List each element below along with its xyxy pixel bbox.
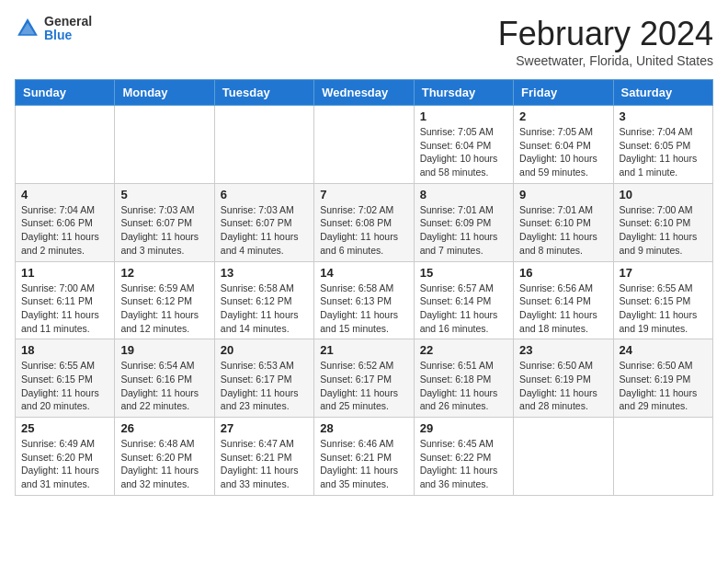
day-number: 12 [120,266,208,280]
day-info: Sunrise: 6:52 AMSunset: 6:17 PMDaylight:… [320,359,407,413]
day-info: Sunrise: 7:05 AMSunset: 6:04 PMDaylight:… [519,125,607,179]
day-info: Sunrise: 6:59 AMSunset: 6:12 PMDaylight:… [120,282,208,336]
day-number: 16 [519,266,607,280]
day-number: 8 [420,188,507,201]
calendar-cell: 14Sunrise: 6:58 AMSunset: 6:13 PMDayligh… [314,261,414,339]
page-header: General Blue February 2024 Sweetwater, F… [15,15,713,68]
day-info: Sunrise: 6:56 AMSunset: 6:14 PMDaylight:… [519,282,607,336]
day-info: Sunrise: 6:47 AMSunset: 6:21 PMDaylight:… [221,437,308,491]
day-number: 24 [620,343,707,357]
calendar-table: SundayMondayTuesdayWednesdayThursdayFrid… [15,79,713,496]
calendar-week-row: 18Sunrise: 6:55 AMSunset: 6:15 PMDayligh… [16,339,713,418]
day-number: 3 [620,109,707,123]
calendar-header-saturday: Saturday [613,80,712,106]
calendar-cell: 25Sunrise: 6:49 AMSunset: 6:20 PMDayligh… [16,418,115,496]
day-number: 6 [221,188,308,201]
calendar-cell: 17Sunrise: 6:55 AMSunset: 6:15 PMDayligh… [613,261,712,339]
day-number: 25 [21,421,108,435]
day-number: 27 [221,421,308,435]
calendar-cell: 11Sunrise: 7:00 AMSunset: 6:11 PMDayligh… [16,261,115,339]
day-number: 26 [120,421,208,435]
calendar-cell: 10Sunrise: 7:00 AMSunset: 6:10 PMDayligh… [613,183,712,261]
day-info: Sunrise: 7:04 AMSunset: 6:05 PMDaylight:… [620,125,707,179]
calendar-cell: 28Sunrise: 6:46 AMSunset: 6:21 PMDayligh… [314,418,414,496]
calendar-week-row: 11Sunrise: 7:00 AMSunset: 6:11 PMDayligh… [16,261,713,339]
calendar-cell [214,106,313,184]
calendar-cell: 18Sunrise: 6:55 AMSunset: 6:15 PMDayligh… [16,339,115,418]
logo-text: General Blue [44,15,92,43]
calendar-week-row: 4Sunrise: 7:04 AMSunset: 6:06 PMDaylight… [16,183,713,261]
day-info: Sunrise: 7:05 AMSunset: 6:04 PMDaylight:… [420,125,507,179]
calendar-cell: 1Sunrise: 7:05 AMSunset: 6:04 PMDaylight… [414,106,513,184]
calendar-cell: 13Sunrise: 6:58 AMSunset: 6:12 PMDayligh… [214,261,313,339]
calendar-header-row: SundayMondayTuesdayWednesdayThursdayFrid… [16,80,713,106]
day-number: 20 [221,343,308,357]
day-info: Sunrise: 7:00 AMSunset: 6:10 PMDaylight:… [620,203,707,258]
day-info: Sunrise: 7:00 AMSunset: 6:11 PMDaylight:… [21,282,108,336]
calendar-cell [16,106,115,184]
logo-general-text: General [44,15,92,29]
day-number: 18 [21,343,108,357]
day-number: 2 [519,109,607,123]
calendar-cell [314,106,414,184]
calendar-week-row: 25Sunrise: 6:49 AMSunset: 6:20 PMDayligh… [16,418,713,496]
calendar-cell: 9Sunrise: 7:01 AMSunset: 6:10 PMDaylight… [514,183,613,261]
day-number: 10 [620,188,707,201]
title-area: February 2024 Sweetwater, Florida, Unite… [498,15,713,68]
calendar-cell: 6Sunrise: 7:03 AMSunset: 6:07 PMDaylight… [214,183,313,261]
calendar-header-friday: Friday [514,80,613,106]
calendar-cell: 22Sunrise: 6:51 AMSunset: 6:18 PMDayligh… [414,339,513,418]
calendar-cell: 12Sunrise: 6:59 AMSunset: 6:12 PMDayligh… [115,261,214,339]
day-info: Sunrise: 6:48 AMSunset: 6:20 PMDaylight:… [120,437,208,491]
calendar-cell [115,106,214,184]
calendar-cell: 7Sunrise: 7:02 AMSunset: 6:08 PMDaylight… [314,183,414,261]
day-number: 15 [420,266,507,280]
calendar-header-thursday: Thursday [414,80,513,106]
day-info: Sunrise: 6:46 AMSunset: 6:21 PMDaylight:… [320,437,407,491]
calendar-cell [613,418,712,496]
calendar-cell: 4Sunrise: 7:04 AMSunset: 6:06 PMDaylight… [16,183,115,261]
calendar-cell: 24Sunrise: 6:50 AMSunset: 6:19 PMDayligh… [613,339,712,418]
day-info: Sunrise: 6:58 AMSunset: 6:12 PMDaylight:… [221,282,308,336]
calendar-cell: 15Sunrise: 6:57 AMSunset: 6:14 PMDayligh… [414,261,513,339]
day-number: 17 [620,266,707,280]
day-info: Sunrise: 6:51 AMSunset: 6:18 PMDaylight:… [420,359,507,413]
calendar-week-row: 1Sunrise: 7:05 AMSunset: 6:04 PMDaylight… [16,106,713,184]
calendar-cell: 19Sunrise: 6:54 AMSunset: 6:16 PMDayligh… [115,339,214,418]
calendar-header-sunday: Sunday [16,80,115,106]
day-number: 1 [420,109,507,123]
day-info: Sunrise: 6:55 AMSunset: 6:15 PMDaylight:… [21,359,108,413]
day-info: Sunrise: 6:53 AMSunset: 6:17 PMDaylight:… [221,359,308,413]
day-info: Sunrise: 6:57 AMSunset: 6:14 PMDaylight:… [420,282,507,336]
calendar-cell: 2Sunrise: 7:05 AMSunset: 6:04 PMDaylight… [514,106,613,184]
day-info: Sunrise: 7:03 AMSunset: 6:07 PMDaylight:… [120,203,208,258]
day-info: Sunrise: 6:54 AMSunset: 6:16 PMDaylight:… [120,359,208,413]
day-info: Sunrise: 6:58 AMSunset: 6:13 PMDaylight:… [320,282,407,336]
day-info: Sunrise: 7:03 AMSunset: 6:07 PMDaylight:… [221,203,308,258]
calendar-cell: 8Sunrise: 7:01 AMSunset: 6:09 PMDaylight… [414,183,513,261]
calendar-header-monday: Monday [115,80,214,106]
day-info: Sunrise: 6:49 AMSunset: 6:20 PMDaylight:… [21,437,108,491]
day-number: 22 [420,343,507,357]
logo-icon [15,16,40,41]
month-title: February 2024 [498,15,713,53]
calendar-header-tuesday: Tuesday [214,80,313,106]
calendar-cell: 21Sunrise: 6:52 AMSunset: 6:17 PMDayligh… [314,339,414,418]
day-number: 4 [21,188,108,201]
day-number: 14 [320,266,407,280]
day-info: Sunrise: 6:50 AMSunset: 6:19 PMDaylight:… [519,359,607,413]
calendar-cell: 3Sunrise: 7:04 AMSunset: 6:05 PMDaylight… [613,106,712,184]
day-number: 5 [120,188,208,201]
day-number: 7 [320,188,407,201]
calendar-cell: 26Sunrise: 6:48 AMSunset: 6:20 PMDayligh… [115,418,214,496]
logo: General Blue [15,15,92,43]
day-info: Sunrise: 7:04 AMSunset: 6:06 PMDaylight:… [21,203,108,258]
day-number: 13 [221,266,308,280]
logo-blue-text: Blue [44,29,92,42]
location-text: Sweetwater, Florida, United States [498,53,713,68]
calendar-cell: 5Sunrise: 7:03 AMSunset: 6:07 PMDaylight… [115,183,214,261]
calendar-cell: 27Sunrise: 6:47 AMSunset: 6:21 PMDayligh… [214,418,313,496]
day-info: Sunrise: 7:01 AMSunset: 6:09 PMDaylight:… [420,203,507,258]
day-number: 21 [320,343,407,357]
day-info: Sunrise: 6:45 AMSunset: 6:22 PMDaylight:… [420,437,507,491]
